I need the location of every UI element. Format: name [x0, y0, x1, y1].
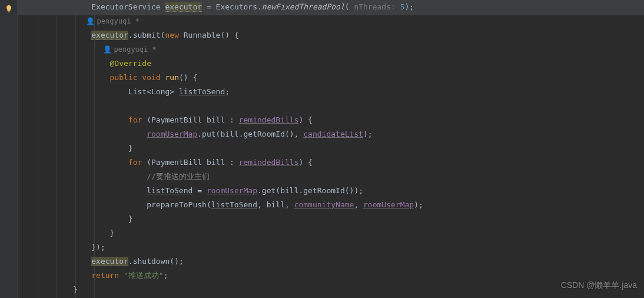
code-line[interactable]: }: [18, 212, 644, 226]
code-line[interactable]: return "推送成功";: [18, 269, 644, 283]
watermark: CSDN @懒羊羊.java: [561, 278, 637, 292]
code-line[interactable]: prepareToPush(listToSend, bill, communit…: [18, 198, 644, 212]
code-line[interactable]: }: [18, 283, 644, 297]
person-icon: 👤: [103, 42, 112, 57]
code-line[interactable]: //要推送的业主们: [18, 170, 644, 184]
code-line[interactable]: @Override: [18, 57, 644, 71]
code-line[interactable]: }: [18, 226, 644, 240]
warning-highlight: executor: [165, 2, 202, 12]
code-line[interactable]: executor.shutdown();: [18, 254, 644, 269]
code-line[interactable]: listToSend = roomUserMap.get(bill.getRoo…: [18, 184, 644, 198]
code-line[interactable]: executor.submit(new Runnable() {: [18, 28, 644, 42]
author-annotation: 👤pengyuqi *: [18, 14, 644, 28]
person-icon: 👤: [86, 14, 95, 28]
code-line[interactable]: public void run() {: [18, 71, 644, 85]
param-hint: nThreads:: [350, 2, 400, 11]
editor-gutter: [0, 0, 18, 298]
code-line[interactable]: roomUserMap.put(bill.getRoomId(), candid…: [18, 127, 644, 141]
code-line[interactable]: ExecutorService executor = Executors.new…: [18, 0, 644, 14]
code-editor[interactable]: ExecutorService executor = Executors.new…: [18, 0, 644, 297]
code-line[interactable]: [18, 99, 644, 113]
author-annotation: 👤pengyuqi *: [18, 42, 644, 57]
code-line[interactable]: List<Long> listToSend;: [18, 85, 644, 99]
warning-highlight: executor: [91, 257, 128, 266]
code-line[interactable]: for (PaymentBill bill : remindedBills) {: [18, 113, 644, 127]
lightbulb-icon[interactable]: [5, 4, 13, 12]
code-line[interactable]: });: [18, 240, 644, 254]
warning-highlight: executor: [91, 31, 128, 40]
code-line[interactable]: }: [18, 141, 644, 155]
code-line[interactable]: for (PaymentBill bill : remindedBills) {: [18, 155, 644, 170]
